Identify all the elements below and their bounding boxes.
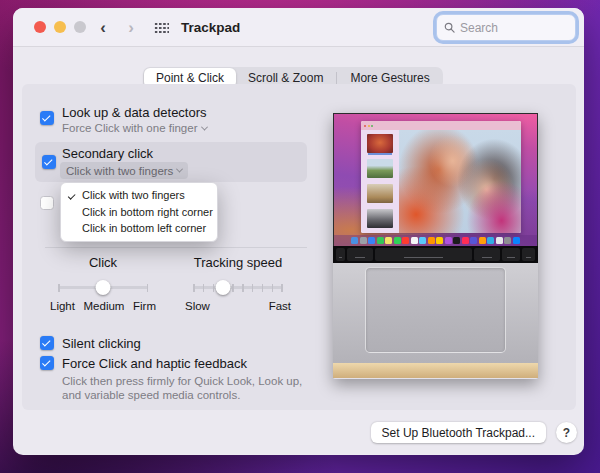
- description-line-2: and variable speed media controls.: [62, 388, 302, 402]
- spacebar-key: [375, 248, 472, 261]
- slider-tick: [272, 284, 274, 292]
- trackpad-surface: [365, 267, 506, 353]
- menu-item-two-fingers[interactable]: Click with two fingers: [61, 187, 217, 204]
- dock: [334, 235, 537, 246]
- checkmark-icon: [44, 157, 52, 165]
- slider-tick: [281, 284, 283, 292]
- checkmark-icon: [42, 358, 50, 366]
- menu-item-label: Click with two fingers: [82, 189, 185, 201]
- slider-tick: [203, 284, 205, 292]
- window-title: Trackpad: [181, 20, 240, 35]
- macbook-deck: [333, 263, 538, 363]
- dock-app-icon: [377, 237, 384, 244]
- slider-tick: [213, 284, 215, 292]
- dock-app-icon: [419, 237, 426, 244]
- wooden-desk-surface: [333, 363, 538, 378]
- photo-thumbnail: [367, 184, 393, 203]
- dock-app-icon: [385, 237, 392, 244]
- footer-bar: Set Up Bluetooth Trackpad... ?: [13, 410, 584, 455]
- checkmark-icon: [42, 113, 50, 121]
- silent-clicking-checkbox[interactable]: [40, 336, 54, 350]
- tracking-speed-slider-group: Tracking speed Slow Fast: [185, 255, 291, 312]
- photos-sidebar: [361, 130, 399, 233]
- minimize-button[interactable]: [54, 21, 66, 33]
- description-line-1: Click then press firmly for Quick Look, …: [62, 374, 302, 388]
- slider-tick: [147, 284, 149, 292]
- forward-button: ›: [119, 16, 143, 40]
- menu-item-label: Click in bottom right corner: [82, 206, 213, 218]
- traffic-lights: [34, 21, 86, 33]
- title-bar: ‹ › Trackpad Search: [13, 8, 584, 47]
- dock-app-icon: [479, 237, 486, 244]
- tab-separator: [336, 72, 337, 84]
- silent-clicking-label: Silent clicking: [62, 336, 141, 351]
- menu-item-bottom-right[interactable]: Click in bottom right corner: [61, 204, 217, 221]
- back-button[interactable]: ‹: [91, 16, 115, 40]
- show-all-grid-icon[interactable]: [154, 22, 169, 34]
- photo-thumbnail: [367, 159, 393, 178]
- close-button[interactable]: [34, 21, 46, 33]
- dock-app-icon: [470, 237, 477, 244]
- dock-app-icon: [487, 237, 494, 244]
- hidden-row-checkbox[interactable]: [40, 196, 54, 210]
- click-slider-group: Click Light Medium Firm: [50, 255, 156, 312]
- slider-tick: [58, 284, 60, 292]
- secondary-click-row[interactable]: Secondary click Click with two fingers: [35, 142, 307, 182]
- arrow-keys: [522, 248, 535, 261]
- secondary-click-checkbox[interactable]: [42, 155, 56, 169]
- force-click-label: Force Click and haptic feedback: [62, 356, 247, 371]
- slider-tick: [242, 284, 244, 292]
- photo-thumbnail: [367, 134, 393, 153]
- dock-app-icon: [513, 237, 520, 244]
- tracking-speed-labels: Slow Fast: [185, 300, 291, 312]
- lookup-option-value: Force Click with one finger: [62, 122, 198, 134]
- checkmark-icon: [42, 338, 50, 346]
- dock-app-icon: [428, 237, 435, 244]
- slider-tick: [262, 284, 264, 292]
- slider-tick: [252, 284, 254, 292]
- macbook-screen: [333, 113, 538, 246]
- zoom-button-disabled: [74, 21, 86, 33]
- tracking-speed-track[interactable]: [193, 286, 283, 289]
- dock-app-icon: [402, 237, 409, 244]
- tracking-speed-thumb[interactable]: [215, 280, 230, 295]
- setup-bluetooth-trackpad-button[interactable]: Set Up Bluetooth Trackpad...: [371, 422, 546, 443]
- photo-thumbnail: [367, 209, 393, 228]
- lookup-label: Look up & data detectors: [62, 105, 207, 120]
- command-key: [474, 248, 500, 261]
- force-click-checkbox[interactable]: [40, 356, 54, 370]
- menu-item-label: Click in bottom left corner: [82, 222, 206, 234]
- click-slider-thumb[interactable]: [96, 280, 111, 295]
- point-and-click-pane: Look up & data detectors Force Click wit…: [22, 84, 576, 410]
- dock-app-icon: [436, 237, 443, 244]
- search-input[interactable]: Search: [436, 14, 576, 41]
- section-divider: [45, 247, 307, 248]
- photos-app-window: [361, 121, 521, 233]
- mini-zoom-icon: [371, 125, 373, 127]
- click-slider-title: Click: [50, 255, 156, 270]
- force-click-description: Click then press firmly for Quick Look, …: [62, 374, 302, 402]
- key: [336, 248, 345, 261]
- slider-tick: [193, 284, 195, 292]
- command-key: [347, 248, 373, 261]
- tracking-label-slow: Slow: [185, 300, 210, 312]
- dock-app-icon: [496, 237, 503, 244]
- slider-tick: [232, 284, 234, 292]
- search-placeholder: Search: [460, 21, 498, 35]
- chevron-down-icon: [200, 123, 207, 130]
- secondary-click-option-dropdown[interactable]: Click with two fingers: [60, 162, 188, 179]
- chevron-down-icon: [176, 166, 183, 173]
- search-icon: [444, 22, 455, 33]
- dock-app-icon: [453, 237, 460, 244]
- dock-app-icon: [462, 237, 469, 244]
- menu-item-bottom-left[interactable]: Click in bottom left corner: [61, 220, 217, 237]
- dock-app-icon: [394, 237, 401, 244]
- lookup-option-dropdown[interactable]: Force Click with one finger: [62, 122, 207, 134]
- click-label-firm: Firm: [133, 300, 156, 312]
- lookup-checkbox[interactable]: [40, 111, 54, 125]
- mini-minimize-icon: [368, 125, 370, 127]
- menu-checkmark-icon: [68, 192, 75, 199]
- help-button[interactable]: ?: [556, 422, 577, 443]
- dock-app-icon: [368, 237, 375, 244]
- keyboard-bottom-row: [333, 246, 538, 263]
